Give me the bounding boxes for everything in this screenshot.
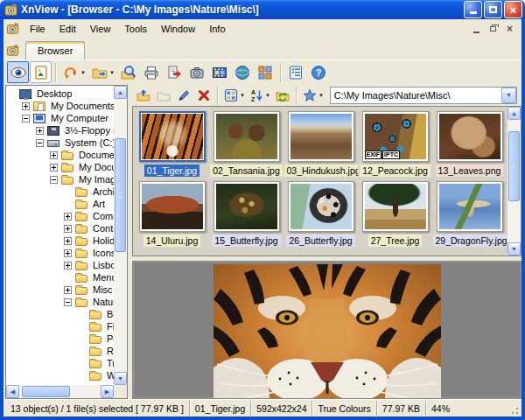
help-button[interactable]: ? [308,61,330,83]
viewer-mode-button[interactable] [30,61,52,83]
tree-item-menu[interactable]: Menu [6,271,114,284]
path-input[interactable] [331,90,501,101]
tree-expander[interactable] [36,127,44,135]
close-button[interactable]: × [504,1,522,18]
root-folder-button[interactable] [134,86,153,105]
new-folder-button[interactable] [154,86,173,105]
rotate-button[interactable]: ▼ [60,61,88,83]
tree-expander[interactable] [50,176,58,184]
scrollbar-thumb[interactable] [508,131,520,201]
chevron-down-icon[interactable]: ▼ [240,93,245,98]
web-button[interactable] [232,61,254,83]
tree-item-my-computer[interactable]: My Computer [6,112,114,124]
tree-item-architect[interactable]: Architect [6,186,114,198]
tree-item-my-documents[interactable]: My Documents [6,100,114,112]
tree-expander[interactable] [22,115,30,122]
tree-item-fish[interactable]: Fish [6,320,114,332]
tab-browser[interactable]: Browser [25,41,85,60]
open-button[interactable]: ▼ [89,61,117,83]
thumbnail-image[interactable] [288,181,354,232]
thumbnail-filename[interactable]: 14_Uluru.jpg [144,234,201,247]
menu-item-info[interactable]: Info [202,22,232,36]
tree-expander[interactable] [64,249,72,257]
thumbnail-27-tree-jpg[interactable]: 27_Tree.jpg [358,181,432,247]
scroll-down-arrow[interactable]: ▼ [508,242,521,256]
chevron-down-icon[interactable]: ▼ [109,70,115,75]
tree-item-wild[interactable]: Wild [6,369,114,382]
thumbnail-15-butterfly-jpg[interactable]: 15_Butterfly.jpg [209,181,284,247]
chevron-down-icon[interactable]: ▼ [265,93,270,98]
thumbnail-14-uluru-jpg[interactable]: 14_Uluru.jpg [135,181,209,247]
search-button[interactable] [118,61,140,83]
favorites-button[interactable]: ▼ [301,86,326,105]
tree-item-rept[interactable]: Rept [6,345,114,357]
mdi-minimize-button[interactable] [469,23,484,36]
tree-item-compute[interactable]: Compute [6,210,114,222]
layout-button[interactable] [255,61,276,83]
tree-item-pets[interactable]: Pets [6,332,114,345]
tree-expander[interactable] [64,262,72,270]
tree-item-art[interactable]: Art [6,198,114,210]
tree-expander[interactable] [64,286,72,294]
thumbnail-13-leaves-png[interactable]: 13_Leaves.png [432,111,507,177]
menu-item-edit[interactable]: Edit [52,22,83,36]
chevron-down-icon[interactable]: ▼ [80,70,86,75]
tree-expander[interactable] [64,213,72,220]
scrollbar-thumb[interactable] [22,386,70,397]
scroll-down-arrow[interactable]: ▼ [114,372,127,385]
mdi-close-button[interactable]: × [502,23,517,36]
thumbnail-03-hindukush-jpg[interactable]: 03_Hindukush.jpg [284,111,358,177]
tree-item-3-floppy-a-[interactable]: 3½-Floppy (A:) [6,124,114,136]
tree-item-birds[interactable]: Birds [6,308,114,320]
tree-expander[interactable] [50,164,58,172]
scroll-up-arrow[interactable]: ▲ [508,107,521,120]
tree-item-system-c-[interactable]: System (C:) [6,136,114,149]
thumbnail-image[interactable] [437,111,503,162]
resize-grip-icon[interactable] [508,404,520,416]
refresh-button[interactable] [273,86,292,105]
maximize-button[interactable] [484,1,502,18]
thumbnail-image[interactable] [214,111,280,162]
capture-button[interactable] [186,61,208,83]
scrollbar-thumb[interactable] [115,138,126,252]
preview-pane[interactable] [132,261,522,399]
thumbnail-filename[interactable]: 27_Tree.jpg [368,234,423,247]
browser-mode-button[interactable] [7,61,29,83]
tree-item-lisboa[interactable]: Lisboa [6,259,114,271]
thumbnail-filename[interactable]: 03_Hindukush.jpg [284,164,358,177]
scroll-left-arrow[interactable]: ◀ [6,385,19,398]
tree-item-contact[interactable]: Contact [6,222,114,234]
tree-item-my-images[interactable]: My Images [6,173,114,186]
chevron-down-icon[interactable]: ▼ [318,93,324,98]
thumbnail-02-tansania-jpg[interactable]: 02_Tansania.jpg [209,111,284,177]
tree-expander[interactable] [22,102,30,110]
thumbnail-filename[interactable]: 12_Peacock.jpg [360,164,430,177]
title-bar[interactable]: XnView - [Browser - C:\My Images\Nature\… [0,0,525,19]
thumbnail-29-dragonfly-jpg[interactable]: 29_DragonFly.jpg [432,181,507,247]
thumbnail-image[interactable] [362,181,429,232]
combo-dropdown-arrow[interactable]: ▼ [501,88,516,103]
slideshow-button[interactable] [209,61,231,83]
scroll-right-arrow[interactable]: ▶ [101,385,114,398]
thumbnail-image[interactable] [139,111,206,162]
menu-item-window[interactable]: Window [154,22,202,36]
thumbnail-vertical-scrollbar[interactable]: ▲ ▼ [508,107,521,256]
thumbnail-filename[interactable]: 15_Butterfly.jpg [212,234,280,247]
thumbnail-image[interactable] [437,181,503,232]
tree-vertical-scrollbar[interactable]: ▲ ▼ [114,86,127,385]
thumbnail-image[interactable]: EXIFIPTC [362,111,429,162]
view-mode-button[interactable]: ▼ [222,86,247,105]
thumbnail-filename[interactable]: 26_Butterfly.jpg [286,234,354,247]
menu-item-view[interactable]: View [83,22,118,36]
thumbnail-filename[interactable]: 02_Tansania.jpg [210,164,282,177]
path-combobox[interactable]: ▼ [330,87,517,104]
thumbnail-12-peacock-jpg[interactable]: EXIFIPTC 12_Peacock.jpg [358,111,432,177]
tree-expander[interactable] [64,298,72,306]
tree-item-my-documen[interactable]: My Documen [6,161,114,173]
tree-item-documents-a[interactable]: Documents a [6,149,114,161]
tree-expander[interactable] [50,151,58,159]
print-button[interactable] [141,61,163,83]
thumbnail-filename[interactable]: 13_Leaves.png [436,164,504,177]
tree-item-nature[interactable]: Nature [6,296,114,308]
menu-item-file[interactable]: File [23,22,52,36]
